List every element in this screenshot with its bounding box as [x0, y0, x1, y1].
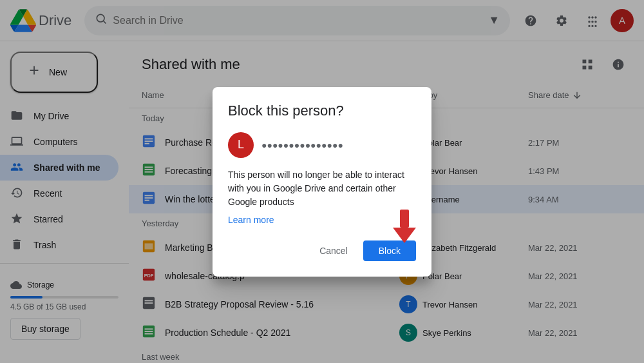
modal-description: This person will no longer be able to in… [228, 168, 416, 209]
modal-overlay: Block this person? L ●●●●●●●●●●●●●●● Thi… [0, 0, 644, 363]
block-person-email: ●●●●●●●●●●●●●●● [261, 140, 343, 150]
block-modal: Block this person? L ●●●●●●●●●●●●●●● Thi… [213, 87, 431, 277]
cancel-button[interactable]: Cancel [309, 240, 358, 261]
block-person-avatar: L [228, 132, 254, 158]
learn-more-link[interactable]: Learn more [228, 215, 274, 225]
modal-title: Block this person? [228, 103, 416, 119]
block-person-row: L ●●●●●●●●●●●●●●● [228, 132, 416, 158]
arrow-indicator [393, 210, 416, 243]
block-button[interactable]: Block [363, 240, 416, 261]
modal-actions: Cancel Block [228, 240, 416, 261]
